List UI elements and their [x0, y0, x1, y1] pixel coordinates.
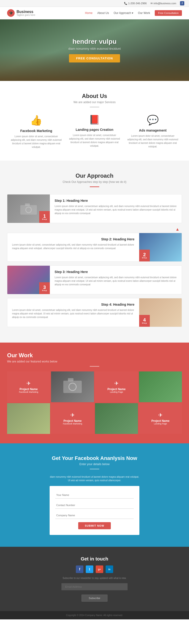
nav-about[interactable]: About Us — [97, 11, 109, 15]
work-cell-2[interactable] — [51, 372, 94, 402]
about-card-1: 👍 Facebook Marketing Lorem ipsum dolor s… — [10, 114, 62, 149]
facebook-topbar-icon[interactable]: f — [180, 1, 184, 6]
hero-cta-button[interactable]: FREE CONSULTATION — [69, 54, 120, 62]
step-2-content: Step 2: Heading Here Lorem ipsum dolor s… — [7, 233, 139, 262]
step-card-1: 1 Step Step 1: Heading Here Lorem ipsum … — [7, 194, 182, 223]
step-4-label: Step — [142, 322, 147, 324]
step-1-heading: Step 1: Heading Here — [55, 199, 177, 202]
step-card-3: 3 Step Step 3: Heading Here Lorem ipsum … — [7, 266, 182, 294]
step-1-content: Step 1: Heading Here Lorem ipsum dolor s… — [50, 194, 182, 223]
top-bar: 📞 1-200-346-2986 ✉ info@business.com f — [0, 0, 189, 7]
work-1-name: Project Name — [20, 388, 38, 391]
approach-title: Our Approach — [7, 172, 182, 179]
work-cell-3[interactable]: ✈ Project Name Landing Page — [95, 372, 138, 402]
hero-subtitle: diam nonummy nibh euismod tincidunt — [68, 47, 121, 50]
work-cell-7[interactable] — [95, 403, 138, 434]
fb-contact-input[interactable] — [55, 502, 134, 509]
fb-analysis-section: Get Your Facebook Ananlysis Now Enter yo… — [0, 443, 189, 547]
step-3-badge: 3 Step — [39, 282, 50, 294]
svg-rect-5 — [68, 378, 73, 382]
arrow-icon-1: ▲ — [175, 227, 180, 232]
step-3-text: Lorem ipsum dolor sit amet, consectetuer… — [55, 276, 177, 286]
step-3-content: Step 3: Heading Here Lorem ipsum dolor s… — [50, 266, 182, 294]
work-cell-1[interactable]: ✈ Project Name Facebook Marketing — [7, 372, 50, 402]
touch-section: Get in touch f t g+ in Subscribe to our … — [0, 547, 189, 611]
fb-company-input[interactable] — [55, 512, 134, 519]
nav-work[interactable]: Our Work — [138, 11, 150, 15]
logo-icon: 🎓 — [7, 9, 15, 17]
svg-rect-0 — [20, 205, 37, 214]
fb-analysis-title: Get Your Facebook Ananlysis Now — [7, 455, 182, 461]
work-cell-6[interactable]: ✈ Project Name Facebook Marketing — [51, 403, 94, 434]
social-facebook-btn[interactable]: f — [76, 566, 83, 573]
ads-management-icon: 💬 — [127, 114, 179, 126]
navbar: 🎓 Business Tagline goes here Home About … — [0, 7, 189, 20]
work-overlay-1: ✈ Project Name Facebook Marketing — [7, 372, 50, 402]
work-cell-8[interactable]: ✈ Project Name Landing Page — [139, 403, 182, 434]
step-1-badge: 1 Step — [39, 211, 50, 223]
about-card-2-text: Lorem ipsum dolor sit amet, consectetuer… — [68, 134, 121, 148]
dropdown-arrow: ▾ — [132, 11, 133, 15]
step-4-heading: Step 4: Heading Here — [12, 302, 134, 306]
hero-section: hendrer vulpu diam nonummy nibh euismod … — [0, 20, 189, 81]
social-icons: f t g+ in — [7, 566, 182, 573]
touch-title: Get in touch — [7, 556, 182, 562]
about-card-1-text: Lorem ipsum dolor sit amet, consectetuer… — [10, 134, 62, 149]
step-2-badge: 2 Step — [139, 250, 150, 262]
work-3-sub: Landing Page — [110, 391, 123, 393]
step-4-text: Lorem ipsum dolor sit amet, consectetuer… — [12, 308, 134, 319]
nav-links: Home About Us Our Approach ▾ Our Work Fr… — [85, 10, 182, 16]
about-card-2-title: Landing pages Creation — [68, 128, 121, 132]
approach-subtitle: Check Our Approaches step by step (how w… — [7, 180, 182, 184]
svg-rect-3 — [63, 381, 82, 393]
logo-name: Business — [16, 10, 35, 14]
fb-form-desc: diam nonummy nibh euismod tincidunt ut l… — [50, 475, 139, 482]
social-twitter-btn[interactable]: t — [86, 566, 93, 573]
email-address: info@business.com — [154, 2, 176, 5]
work-subtitle: We are added our featured works below — [7, 360, 182, 363]
nav-home[interactable]: Home — [85, 11, 93, 15]
step-2-heading: Step 2: Heading Here — [12, 237, 134, 241]
work-overlay-6: ✈ Project Name Facebook Marketing — [51, 403, 94, 434]
subscribe-button[interactable]: Subscribe — [81, 594, 108, 602]
social-gplus-btn[interactable]: g+ — [96, 566, 103, 573]
step-4-image: 4 Step — [139, 298, 182, 327]
step-3-label: Step — [42, 290, 47, 292]
fb-form: SUBMIT NOW — [50, 486, 139, 535]
email-subscribe-input[interactable] — [61, 583, 128, 590]
step-3-heading: Step 3: Heading Here — [55, 270, 177, 274]
nav-approach[interactable]: Our Approach ▾ — [114, 11, 133, 15]
work-1-icon: ✈ — [26, 380, 31, 386]
work-divider — [90, 366, 99, 367]
step-3-image: 3 Step — [7, 266, 50, 294]
footer-text: Copyright © 2014 Company Name. All right… — [7, 614, 182, 616]
about-card-1-title: Facebook Marketing — [10, 129, 62, 133]
nav-cta-button[interactable]: Free Consultation — [155, 10, 182, 16]
work-cell-5[interactable] — [7, 403, 50, 434]
work-6-name: Project Name — [64, 419, 82, 422]
work-overlay-8: ✈ Project Name Landing Page — [139, 403, 182, 434]
step-4-badge: 4 Step — [139, 315, 150, 327]
fb-form-container: diam nonummy nibh euismod tincidunt ut l… — [50, 475, 139, 535]
step-arrow-1: ▲ — [7, 227, 182, 232]
fb-submit-button[interactable]: SUBMIT NOW — [78, 522, 111, 529]
step-2-number: 2 — [143, 252, 146, 257]
step-1-text: Lorem ipsum dolor sit amet, consectetuer… — [55, 204, 177, 215]
hero-content: hendrer vulpu diam nonummy nibh euismod … — [68, 38, 121, 62]
email-item: ✉ info@business.com — [151, 2, 176, 5]
fb-name-input[interactable] — [55, 492, 134, 498]
fb-analysis-subtitle: Enter your details below — [7, 462, 182, 466]
work-cell-4[interactable] — [139, 372, 182, 402]
landing-pages-icon: 📕 — [68, 114, 121, 125]
step-1-number: 1 — [43, 214, 46, 218]
step-4-content: Step 4: Heading Here Lorem ipsum dolor s… — [7, 298, 139, 327]
step-2-image: 2 Step — [139, 233, 182, 262]
social-linkedin-btn[interactable]: in — [106, 566, 113, 573]
step-card-2: 2 Step Step 2: Heading Here Lorem ipsum … — [7, 233, 182, 262]
about-card-3-text: Lorem ipsum dolor sit amet, consectetuer… — [127, 134, 179, 148]
step-2-label: Step — [142, 257, 147, 259]
work-1-sub: Facebook Marketing — [19, 391, 38, 393]
step-3-number: 3 — [43, 285, 46, 290]
phone-icon: 📞 — [124, 2, 127, 5]
approach-divider — [90, 186, 99, 187]
